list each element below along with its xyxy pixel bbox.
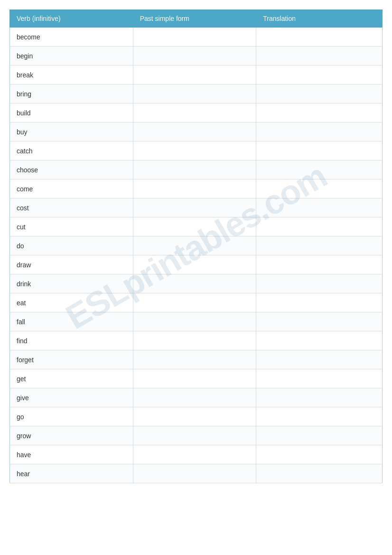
cell-translation	[256, 66, 383, 85]
table-row: break	[10, 66, 383, 85]
cell-verb: cost	[10, 198, 133, 217]
cell-translation	[256, 312, 383, 331]
cell-verb: fall	[10, 312, 133, 331]
table-row: choose	[10, 160, 383, 179]
page-container: ESLprintables.com Verb (infinitive) Past…	[9, 9, 383, 483]
cell-past	[133, 160, 256, 179]
cell-translation	[256, 85, 383, 103]
table-row: buy	[10, 122, 383, 141]
cell-translation	[256, 445, 383, 464]
cell-verb: grow	[10, 426, 133, 445]
cell-verb: draw	[10, 255, 133, 274]
cell-past	[133, 255, 256, 274]
cell-past	[133, 464, 256, 483]
verb-table: Verb (infinitive) Past simple form Trans…	[9, 9, 383, 483]
table-row: forget	[10, 350, 383, 369]
cell-verb: have	[10, 445, 133, 464]
cell-past	[133, 103, 256, 122]
table-row: build	[10, 103, 383, 122]
cell-past	[133, 122, 256, 141]
table-row: grow	[10, 426, 383, 445]
cell-verb: eat	[10, 293, 133, 312]
header-verb: Verb (infinitive)	[10, 10, 133, 28]
cell-translation	[256, 179, 383, 198]
table-row: fall	[10, 312, 383, 331]
cell-verb: break	[10, 66, 133, 85]
cell-translation	[256, 350, 383, 369]
cell-translation	[256, 274, 383, 293]
cell-past	[133, 445, 256, 464]
cell-past	[133, 293, 256, 312]
cell-past	[133, 141, 256, 160]
header-translation: Translation	[256, 10, 383, 28]
cell-translation	[256, 103, 383, 122]
cell-translation	[256, 369, 383, 388]
cell-past	[133, 407, 256, 426]
cell-past	[133, 388, 256, 407]
table-row: hear	[10, 464, 383, 483]
cell-verb: catch	[10, 141, 133, 160]
cell-verb: buy	[10, 122, 133, 141]
cell-past	[133, 369, 256, 388]
cell-translation	[256, 28, 383, 47]
cell-verb: drink	[10, 274, 133, 293]
cell-translation	[256, 160, 383, 179]
cell-verb: become	[10, 28, 133, 47]
table-row: catch	[10, 141, 383, 160]
table-row: draw	[10, 255, 383, 274]
cell-verb: go	[10, 407, 133, 426]
table-row: cost	[10, 198, 383, 217]
cell-translation	[256, 388, 383, 407]
cell-translation	[256, 47, 383, 66]
cell-verb: build	[10, 103, 133, 122]
cell-verb: forget	[10, 350, 133, 369]
cell-translation	[256, 141, 383, 160]
cell-past	[133, 331, 256, 350]
cell-verb: begin	[10, 47, 133, 66]
table-row: have	[10, 445, 383, 464]
cell-past	[133, 426, 256, 445]
cell-translation	[256, 331, 383, 350]
table-row: cut	[10, 217, 383, 236]
cell-translation	[256, 255, 383, 274]
cell-past	[133, 28, 256, 47]
cell-verb: get	[10, 369, 133, 388]
cell-past	[133, 350, 256, 369]
cell-verb: choose	[10, 160, 133, 179]
cell-verb: cut	[10, 217, 133, 236]
cell-past	[133, 217, 256, 236]
cell-verb: give	[10, 388, 133, 407]
cell-translation	[256, 122, 383, 141]
cell-translation	[256, 426, 383, 445]
table-row: get	[10, 369, 383, 388]
cell-verb: find	[10, 331, 133, 350]
cell-translation	[256, 293, 383, 312]
table-row: give	[10, 388, 383, 407]
cell-past	[133, 236, 256, 255]
cell-verb: come	[10, 179, 133, 198]
table-row: bring	[10, 85, 383, 103]
table-header-row: Verb (infinitive) Past simple form Trans…	[10, 10, 383, 28]
cell-translation	[256, 217, 383, 236]
header-past: Past simple form	[133, 10, 256, 28]
cell-past	[133, 179, 256, 198]
cell-translation	[256, 236, 383, 255]
cell-translation	[256, 407, 383, 426]
cell-verb: hear	[10, 464, 133, 483]
cell-past	[133, 198, 256, 217]
cell-past	[133, 312, 256, 331]
cell-translation	[256, 198, 383, 217]
table-row: drink	[10, 274, 383, 293]
cell-past	[133, 85, 256, 103]
table-row: eat	[10, 293, 383, 312]
cell-past	[133, 66, 256, 85]
cell-translation	[256, 464, 383, 483]
table-row: find	[10, 331, 383, 350]
table-row: become	[10, 28, 383, 47]
table-row: begin	[10, 47, 383, 66]
table-row: go	[10, 407, 383, 426]
cell-verb: do	[10, 236, 133, 255]
table-row: do	[10, 236, 383, 255]
cell-verb: bring	[10, 85, 133, 103]
cell-past	[133, 274, 256, 293]
